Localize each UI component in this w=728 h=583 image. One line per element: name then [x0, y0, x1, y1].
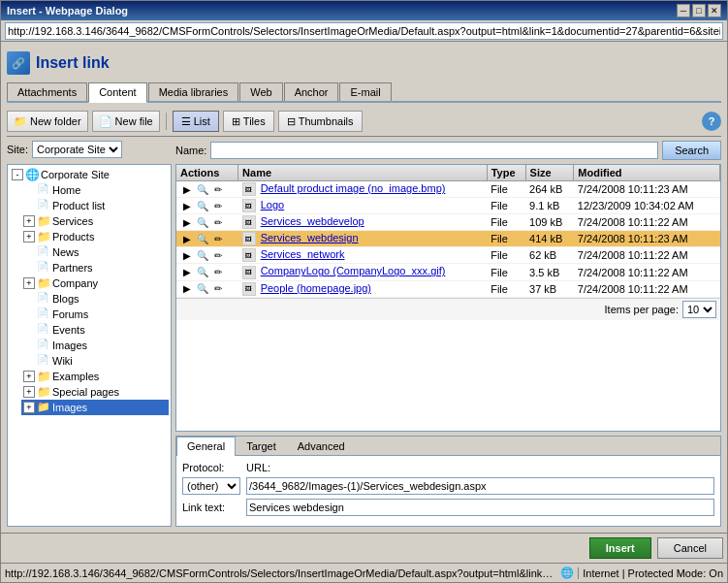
new-file-button[interactable]: 📄 New file — [92, 111, 160, 132]
close-button[interactable]: ✕ — [708, 4, 721, 17]
action-edit-icon[interactable]: ✏ — [211, 282, 225, 296]
col-type[interactable]: Type — [487, 165, 525, 181]
tree-expander-company[interactable]: + — [23, 277, 35, 289]
tree-container[interactable]: - 🌐 Corporate Site 📄 Home 📄 — [7, 164, 172, 527]
tree-item-corporate[interactable]: - 🌐 Corporate Site — [10, 167, 169, 182]
tree-expander-specialpages[interactable]: + — [23, 386, 35, 398]
tree-item-blogs[interactable]: 📄 Blogs — [21, 291, 169, 307]
action-view-icon[interactable]: 🔍 — [196, 182, 209, 196]
tree-item-wiki[interactable]: 📄 Wiki — [21, 353, 169, 369]
tree-expander-products[interactable]: + — [23, 231, 35, 243]
tab-anchor[interactable]: Anchor — [284, 82, 339, 101]
action-view-icon[interactable]: 🔍 — [196, 282, 209, 296]
file-list[interactable]: Actions Name Type Size Modified — [175, 164, 721, 432]
row-name[interactable]: 🖼 Services_webdevelop — [238, 214, 488, 231]
view-list-button[interactable]: ☰ List — [173, 111, 219, 132]
row-name[interactable]: 🖼 CompanyLogo (CompanyLogo_xxx.gif) — [238, 264, 488, 280]
help-button[interactable]: ? — [702, 112, 721, 131]
tab-content[interactable]: Content — [88, 82, 147, 103]
tree-expander-examples[interactable]: + — [23, 371, 35, 382]
tree-item-images2[interactable]: + 📁 Images — [21, 400, 169, 415]
tree-expander-productlist — [23, 200, 35, 211]
tree-item-company[interactable]: + 📁 Company — [21, 275, 169, 291]
col-modified[interactable]: Modified — [574, 165, 720, 181]
action-go-icon[interactable]: ▶ — [180, 215, 194, 229]
table-row-selected[interactable]: ▶ 🔍 ✏ 🖼 Services_webdesign File — [176, 231, 720, 247]
new-folder-button[interactable]: 📁 New folder — [7, 111, 88, 132]
tree-expander-corporate[interactable]: - — [12, 169, 23, 180]
linktext-input[interactable] — [246, 499, 714, 516]
tab-advanced[interactable]: Advanced — [287, 437, 356, 455]
action-edit-icon[interactable]: ✏ — [211, 232, 225, 245]
protocol-select[interactable]: (other) http:// https:// ftp:// — [182, 477, 240, 495]
tab-target[interactable]: Target — [236, 437, 287, 455]
table-row[interactable]: ▶ 🔍 ✏ 🖼 CompanyLogo (CompanyLogo_xxx.gif… — [176, 264, 720, 280]
action-edit-icon[interactable]: ✏ — [211, 266, 225, 279]
action-view-icon[interactable]: 🔍 — [196, 266, 209, 279]
tree-item-forums[interactable]: 📄 Forums — [21, 307, 169, 322]
tree-expander-services[interactable]: + — [23, 215, 35, 227]
tab-general[interactable]: General — [176, 437, 236, 456]
maximize-button[interactable]: □ — [692, 4, 706, 17]
minimize-button[interactable]: ─ — [677, 4, 690, 17]
table-row[interactable]: ▶ 🔍 ✏ 🖼 Logo File 9. — [176, 198, 720, 214]
action-go-icon[interactable]: ▶ — [180, 282, 194, 296]
action-go-icon[interactable]: ▶ — [180, 248, 194, 262]
file-name-link[interactable]: Logo — [261, 199, 284, 211]
tree-item-partners[interactable]: 📄 Partners — [21, 260, 169, 275]
view-tiles-button[interactable]: ⊞ Tiles — [223, 111, 274, 132]
action-go-icon[interactable]: ▶ — [180, 232, 194, 245]
action-view-icon[interactable]: 🔍 — [196, 248, 209, 262]
row-name[interactable]: 🖼 Services_webdesign — [238, 231, 488, 247]
row-name[interactable]: 🖼 Default product image (no_image.bmp) — [238, 181, 488, 198]
tree-item-examples[interactable]: + 📁 Examples — [21, 369, 169, 384]
action-go-icon[interactable]: ▶ — [180, 266, 194, 279]
action-go-icon[interactable]: ▶ — [180, 199, 194, 212]
col-name[interactable]: Name — [238, 165, 488, 181]
file-name-link[interactable]: Services_webdesign — [261, 232, 359, 243]
tree-item-images[interactable]: 📄 Images — [21, 338, 169, 353]
insert-button[interactable]: Insert — [589, 537, 651, 559]
items-per-page-select[interactable]: 10 25 50 — [682, 301, 716, 318]
action-edit-icon[interactable]: ✏ — [211, 199, 225, 212]
tab-web[interactable]: Web — [239, 82, 282, 101]
action-view-icon[interactable]: 🔍 — [196, 215, 209, 229]
file-name-link[interactable]: People (homepage.jpg) — [261, 282, 371, 294]
action-edit-icon[interactable]: ✏ — [211, 248, 225, 262]
file-name-link[interactable]: Services_network — [261, 248, 345, 260]
action-edit-icon[interactable]: ✏ — [211, 182, 225, 196]
tree-item-news[interactable]: 📄 News — [21, 244, 169, 260]
tree-expander-images2[interactable]: + — [23, 402, 35, 413]
cancel-button[interactable]: Cancel — [657, 537, 723, 559]
tab-attachments[interactable]: Attachments — [7, 82, 87, 101]
row-name[interactable]: 🖼 Services_network — [238, 247, 488, 264]
action-go-icon[interactable]: ▶ — [180, 182, 194, 196]
address-input[interactable] — [5, 22, 723, 40]
tree-item-products[interactable]: + 📁 Products — [21, 229, 169, 244]
table-row[interactable]: ▶ 🔍 ✏ 🖼 People (homepage.jpg) File — [176, 280, 720, 297]
tab-email[interactable]: E-mail — [339, 82, 391, 101]
file-name-link[interactable]: Services_webdevelop — [261, 215, 364, 227]
tree-item-productlist[interactable]: 📄 Product list — [21, 198, 169, 213]
view-thumbnails-button[interactable]: ⊟ Thumbnails — [278, 111, 363, 132]
tree-item-events[interactable]: 📄 Events — [21, 322, 169, 338]
tab-media-libraries[interactable]: Media libraries — [148, 82, 239, 101]
tree-item-services[interactable]: + 📁 Services — [21, 213, 169, 229]
row-name[interactable]: 🖼 Logo — [238, 198, 488, 214]
file-name-link[interactable]: CompanyLogo (CompanyLogo_xxx.gif) — [261, 265, 446, 276]
action-edit-icon[interactable]: ✏ — [211, 215, 225, 229]
file-name-link[interactable]: Default product image (no_image.bmp) — [261, 182, 446, 194]
tree-item-home[interactable]: 📄 Home — [21, 182, 169, 198]
table-row[interactable]: ▶ 🔍 ✏ 🖼 Default product image (no_image.… — [176, 181, 720, 198]
tree-item-specialpages[interactable]: + 📁 Special pages — [21, 384, 169, 400]
action-view-icon[interactable]: 🔍 — [196, 199, 209, 212]
col-size[interactable]: Size — [525, 165, 574, 181]
url-input[interactable] — [246, 477, 714, 495]
table-row[interactable]: ▶ 🔍 ✏ 🖼 Services_webdevelop File — [176, 214, 720, 231]
table-row[interactable]: ▶ 🔍 ✏ 🖼 Services_network File — [176, 247, 720, 264]
row-name[interactable]: 🖼 People (homepage.jpg) — [238, 280, 488, 297]
action-view-icon[interactable]: 🔍 — [196, 232, 209, 245]
search-input[interactable] — [210, 142, 658, 159]
search-button[interactable]: Search — [662, 141, 721, 160]
site-select[interactable]: Corporate Site — [32, 141, 122, 158]
